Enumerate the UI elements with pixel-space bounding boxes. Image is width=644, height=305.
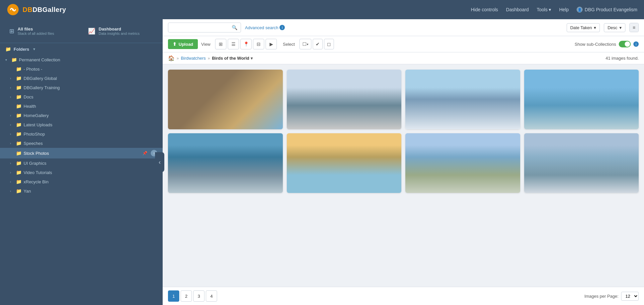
photo-card-1[interactable]	[168, 70, 283, 129]
page-btn-2[interactable]: 2	[181, 290, 192, 302]
sort-dir-chevron-icon: ▾	[619, 25, 622, 30]
tree-item-speeches[interactable]: ›📁Speeches	[0, 139, 163, 148]
chevron-icon: ›	[10, 114, 14, 117]
tree-item-label: Stock Photos	[24, 151, 49, 156]
dashboard-sidebar-sub: Data insights and metrics	[99, 31, 140, 35]
photo-card-2[interactable]	[287, 70, 402, 129]
folders-header[interactable]: 📁 Folders ▾	[0, 43, 163, 55]
content-area: 🔍 Advanced search i Date Taken ▾ Desc ▾ …	[163, 19, 644, 305]
select-dropdown-icon: ▾	[307, 42, 308, 46]
tree-item-docs[interactable]: ›📁Docs	[0, 92, 163, 101]
upload-button[interactable]: ⬆ Upload	[168, 39, 198, 49]
sort-dir-dropdown[interactable]: Desc ▾	[604, 23, 625, 32]
grid-view-button[interactable]: ≡	[630, 23, 638, 32]
advanced-search-link[interactable]: Advanced search i	[245, 25, 285, 30]
tools-chevron-icon: ▾	[549, 7, 551, 12]
chevron-icon: ›	[10, 180, 14, 184]
chevron-icon: ▾	[5, 58, 9, 62]
help-link[interactable]: Help	[559, 7, 569, 12]
sub-collections-switch[interactable]	[619, 41, 631, 47]
photo-card-5[interactable]	[168, 133, 283, 193]
hide-controls-link[interactable]: Hide controls	[471, 7, 498, 12]
chevron-icon: ›	[10, 189, 14, 193]
page-buttons: 1234	[168, 290, 217, 302]
all-files-sub: Stack of all added files	[18, 31, 54, 35]
tree-item-yan[interactable]: ›📁Yan	[0, 186, 163, 196]
tree-item-stock-photos[interactable]: 📁Stock Photos📌i	[0, 148, 163, 158]
page-btn-3[interactable]: 3	[193, 290, 204, 302]
logo-text: DBDBGallery	[23, 6, 66, 14]
photo-grid	[163, 64, 644, 287]
breadcrumb-home[interactable]: 🏠	[168, 55, 175, 61]
tree-item-dbgallery-global[interactable]: ›📁DBGallery Global	[0, 74, 163, 83]
view-buttons: ⊞ ☰ 📍 ⊟ ▶	[215, 39, 277, 49]
folder-icon: 📁	[16, 113, 22, 118]
folder-icon: 📁	[16, 122, 22, 127]
folder-icon: 📁	[16, 160, 22, 166]
page-btn-1[interactable]: 1	[168, 290, 179, 302]
dashboard-link[interactable]: Dashboard	[506, 7, 529, 12]
folder-icon: 📁	[16, 188, 22, 194]
checkbox-icon: ☐	[302, 41, 307, 47]
breadcrumb-birdwatchers[interactable]: Birdwatchers	[181, 56, 206, 61]
search-bar[interactable]: 🔍	[168, 23, 241, 32]
tree-item-video-tutorials[interactable]: ›📁Video Tutorials	[0, 168, 163, 177]
map-view-btn[interactable]: 📍	[240, 39, 252, 49]
select-checkbox-btn[interactable]: ☐ ▾	[299, 39, 311, 49]
tree-item-homegallery[interactable]: ›📁HomeGallery	[0, 111, 163, 120]
dashboard-sidebar-button[interactable]: 📈 Dashboard Data insights and metrics	[84, 24, 157, 38]
tree-item-health[interactable]: 📁Health	[0, 101, 163, 111]
view-select-bar: ⬆ Upload View ⊞ ☰ 📍 ⊟ ▶ Select ☐ ▾ ✔ ◻	[163, 36, 644, 52]
select-checkmark-btn[interactable]: ✔	[313, 39, 323, 49]
tree-item-label: DBGallery Training	[24, 85, 60, 90]
search-input[interactable]	[172, 25, 229, 30]
breadcrumb-dropdown-icon[interactable]: ▾	[251, 56, 253, 61]
photo-image-4	[524, 70, 639, 129]
folder-icon: 📁	[16, 94, 22, 99]
grid-view-btn[interactable]: ⊞	[215, 39, 226, 49]
page-btn-4[interactable]: 4	[206, 290, 217, 302]
folder-icon: 📁	[16, 179, 22, 184]
slideshow-view-btn[interactable]: ▶	[266, 39, 277, 49]
folder-icon: 📁	[16, 66, 22, 72]
tree-item-dbgallery-training[interactable]: ›📁DBGallery Training	[0, 83, 163, 92]
photo-image-2	[287, 70, 402, 129]
tree-item-xrecycle-bin[interactable]: ›📁xRecycle Bin	[0, 177, 163, 186]
chevron-icon: ›	[10, 171, 14, 174]
tree-item-label: DBGallery Global	[24, 76, 57, 81]
select-clear-btn[interactable]: ◻	[324, 39, 334, 49]
tree-item-photos[interactable]: 📁- Photos -	[0, 64, 163, 74]
list-view-btn[interactable]: ☰	[228, 39, 239, 49]
dashboard-sidebar-label: Dashboard	[99, 27, 140, 31]
tree-item-latest-uploads[interactable]: ›📁Latest Uploads	[0, 120, 163, 129]
tree-item-photoshop[interactable]: ›📁PhotoShop	[0, 129, 163, 139]
folder-icon: 📁	[16, 85, 22, 90]
sidebar-collapse-button[interactable]: ‹	[155, 152, 164, 172]
tree-item-label: Health	[24, 104, 36, 109]
search-icon[interactable]: 🔍	[232, 25, 237, 30]
tree-item-label: - Photos -	[24, 67, 42, 72]
masonry-view-btn[interactable]: ⊟	[253, 39, 264, 49]
select-label: Select	[283, 42, 295, 47]
photo-card-4[interactable]	[524, 70, 639, 129]
all-files-button[interactable]: ⊞ All files Stack of all added files	[5, 24, 79, 38]
photo-card-8[interactable]	[524, 133, 639, 193]
view-mode-toggle: ≡	[629, 23, 639, 32]
sidebar: ⊞ All files Stack of all added files 📈 D…	[0, 19, 163, 305]
photo-image-8	[524, 133, 639, 193]
sort-dropdown[interactable]: Date Taken ▾	[567, 23, 600, 32]
layout-wrapper: ⊞ All files Stack of all added files 📈 D…	[0, 19, 644, 305]
logo-accent: DB	[23, 6, 33, 13]
breadcrumb-sep-1: »	[177, 56, 179, 61]
user-info[interactable]: 👤 DBG Product Evangelism	[577, 7, 637, 13]
chevron-icon: ›	[10, 95, 14, 99]
photo-card-7[interactable]	[405, 133, 520, 193]
photo-card-6[interactable]	[287, 133, 402, 193]
tree-item-ui-graphics[interactable]: ›📁UI Graphics	[0, 158, 163, 168]
per-page-select[interactable]: 12244896	[621, 292, 639, 301]
tools-dropdown[interactable]: Tools ▾	[537, 7, 551, 12]
photo-card-3[interactable]	[405, 70, 520, 129]
chevron-icon: ›	[10, 132, 14, 136]
photo-image-3	[405, 70, 520, 129]
tree-item-permanent-collection[interactable]: ▾📁Permanent Collection	[0, 55, 163, 64]
